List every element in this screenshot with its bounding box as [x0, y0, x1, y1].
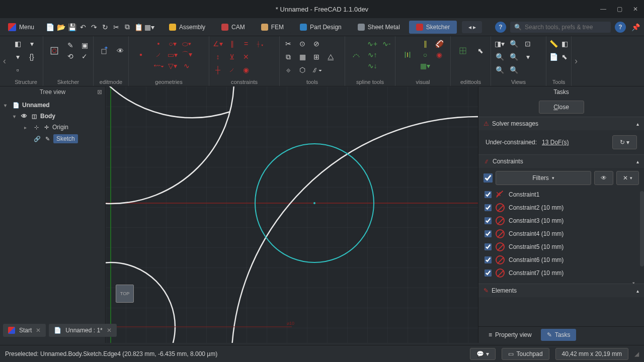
- paste-icon[interactable]: 📋: [134, 23, 143, 32]
- redo-icon[interactable]: ↷: [90, 23, 99, 32]
- expand-icon[interactable]: ▾: [484, 280, 639, 284]
- refresh-icon[interactable]: ↻: [101, 23, 110, 32]
- view-sketch-icon[interactable]: 👁: [116, 45, 125, 56]
- degree-up-icon[interactable]: ∿↑: [367, 49, 378, 60]
- degree-dn-icon[interactable]: ∿↓: [367, 60, 378, 71]
- save-icon[interactable]: 💾: [67, 23, 76, 32]
- link-icon[interactable]: ▾: [12, 51, 23, 62]
- construction-icon[interactable]: ○: [420, 49, 431, 60]
- visibility-toggle-button[interactable]: 👁: [594, 171, 613, 185]
- arc-icon[interactable]: ⌒▾: [181, 49, 192, 60]
- varset-icon[interactable]: {}: [26, 51, 37, 62]
- tab-sheet-metal[interactable]: Sheet Metal: [351, 21, 407, 34]
- rect-array-icon[interactable]: ▦: [297, 51, 308, 62]
- edit-sketch-icon[interactable]: ✎: [65, 40, 76, 51]
- undo-icon[interactable]: ↶: [78, 23, 88, 32]
- tangent-icon[interactable]: ⟊▾: [255, 38, 266, 49]
- knot-del-icon[interactable]: ∿-: [381, 38, 392, 49]
- maximize-icon[interactable]: ▢: [615, 5, 624, 14]
- fit-icon[interactable]: 🔍: [508, 38, 519, 49]
- external-icon[interactable]: ⧉: [283, 51, 294, 62]
- measure-icon[interactable]: 📏: [549, 38, 558, 49]
- property-view-tab[interactable]: ≡Property view: [482, 329, 538, 341]
- toggle-grid-button[interactable]: [398, 42, 417, 67]
- tab-assembly[interactable]: Assembly: [162, 21, 212, 34]
- datum-icon[interactable]: ▫: [12, 64, 23, 75]
- open-icon[interactable]: 📂: [56, 23, 65, 32]
- map-sketch-icon[interactable]: ▣: [79, 40, 90, 51]
- tree-close-icon[interactable]: ⊠: [97, 88, 102, 96]
- visibility-icon[interactable]: 👁: [21, 113, 28, 120]
- tree-body[interactable]: ▾👁◫Body: [2, 111, 103, 122]
- close-icon[interactable]: ✕: [631, 5, 640, 14]
- knot-add-icon[interactable]: ∿+: [367, 38, 378, 49]
- line-icon[interactable]: •: [153, 38, 164, 49]
- diameter-icon[interactable]: ◉: [240, 64, 252, 75]
- constraint-item[interactable]: Constraint6 (10 mm): [484, 253, 639, 266]
- coincident-icon[interactable]: ∠▾: [212, 38, 223, 49]
- tab-sketcher[interactable]: Sketcher: [409, 21, 457, 34]
- wb-overflow[interactable]: ◂ ▸: [462, 21, 482, 33]
- split-icon[interactable]: ⊘: [311, 38, 322, 49]
- iso-icon[interactable]: ◨▾: [494, 38, 505, 49]
- constraints-header[interactable]: ⫽ Constraints ▴: [478, 155, 644, 168]
- draw-style-icon[interactable]: ▾: [522, 51, 533, 62]
- constraint-item[interactable]: Constraint1: [484, 188, 639, 201]
- constraint-item[interactable]: Constraint4 (10 mm): [484, 227, 639, 240]
- constraint-item[interactable]: Constraint3 (10 mm): [484, 214, 639, 227]
- rotate-icon[interactable]: 🔍: [494, 64, 505, 75]
- close-tab-icon[interactable]: ✕: [107, 327, 112, 334]
- solver-refresh-button[interactable]: ↻ ▾: [612, 135, 637, 149]
- trim-icon[interactable]: ✂: [283, 38, 294, 49]
- point-button[interactable]: [132, 42, 150, 67]
- select-icon[interactable]: ⬉: [475, 45, 486, 56]
- new-icon[interactable]: 📄: [45, 23, 54, 32]
- driving-icon[interactable]: ◉: [434, 49, 445, 60]
- rect-icon[interactable]: ▭▾: [167, 49, 178, 60]
- messages-button[interactable]: 💬 ▾: [470, 348, 495, 360]
- fillet-icon[interactable]: ⟐: [283, 64, 294, 75]
- navcube-top[interactable]: TOP: [116, 285, 134, 303]
- extend-icon[interactable]: ⊙: [297, 38, 308, 49]
- search-input[interactable]: [525, 24, 607, 31]
- help-button[interactable]: ?: [615, 22, 626, 33]
- resize-grip-icon[interactable]: ◢: [634, 350, 639, 357]
- grid-icon[interactable]: ▦▾: [420, 60, 431, 71]
- new-sketch-button[interactable]: [46, 38, 62, 63]
- group-icon[interactable]: ▾: [26, 38, 37, 49]
- tree-sketch[interactable]: 🔗✎Sketch: [2, 133, 103, 145]
- mirror-icon[interactable]: ⧋: [325, 51, 336, 62]
- start-tab[interactable]: Start✕: [3, 324, 46, 337]
- constraint-checkbox[interactable]: [485, 191, 492, 198]
- elements-header[interactable]: ✎ Elements ▴: [478, 284, 644, 297]
- tree-root[interactable]: ▾📄Unnamed: [2, 100, 103, 111]
- horizontal-icon[interactable]: ↕: [212, 51, 223, 62]
- angle-icon[interactable]: ⟋: [226, 64, 237, 75]
- tree-origin[interactable]: ▸⊹✛Origin: [2, 122, 103, 133]
- tasks-tab[interactable]: ✎Tasks: [541, 329, 577, 341]
- more-icon[interactable]: ▦▾: [145, 23, 154, 32]
- tab-cam[interactable]: CAM: [214, 21, 252, 34]
- part-icon[interactable]: ◧: [12, 38, 23, 49]
- document-tab[interactable]: 📄Unnamed : 1*✕: [49, 324, 116, 337]
- constraint-checkbox[interactable]: [485, 204, 492, 211]
- polyline-icon[interactable]: ⟋: [153, 49, 164, 60]
- whats-this-button[interactable]: ?: [495, 22, 506, 33]
- chamfer-icon[interactable]: ⬡: [297, 64, 308, 75]
- bspline-icon[interactable]: ∿: [181, 60, 192, 71]
- menu-button[interactable]: Menu: [3, 21, 39, 33]
- constraint-checkbox[interactable]: [485, 269, 492, 277]
- close-button[interactable]: Close: [539, 101, 584, 114]
- ribbon-scroll-right[interactable]: ›: [572, 36, 581, 86]
- vertical-icon[interactable]: ⊻: [226, 51, 237, 62]
- tab-part-design[interactable]: Part Design: [293, 21, 349, 34]
- equal-icon[interactable]: =: [240, 38, 252, 49]
- constraint-checkbox[interactable]: [485, 243, 492, 250]
- slot-icon[interactable]: ⬳▾: [153, 60, 164, 71]
- tab-fem[interactable]: FEM: [254, 21, 291, 34]
- sketch-canvas[interactable]: ⌀10 ⌀10 TOP: [106, 86, 478, 343]
- close-tab-icon[interactable]: ✕: [36, 327, 41, 334]
- pin-icon[interactable]: 📌: [630, 22, 641, 33]
- grid-display-button[interactable]: [454, 38, 472, 63]
- filter-all-checkbox[interactable]: [484, 173, 493, 183]
